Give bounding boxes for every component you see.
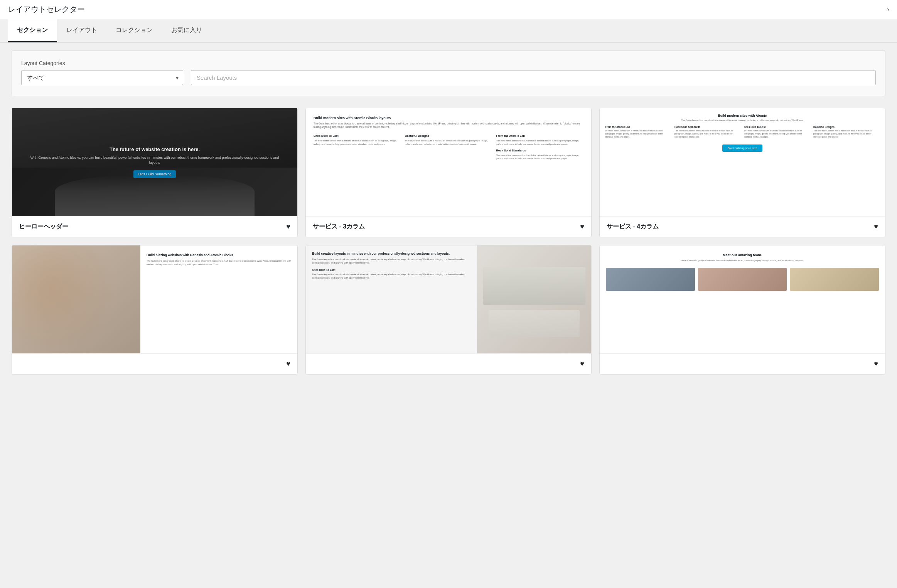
content2-title: Build creative layouts in minutes with o… xyxy=(312,252,471,255)
content2-section-text: The Gutenberg editor uses blocks to crea… xyxy=(312,273,471,280)
content2-desc: The Gutenberg editor uses blocks to crea… xyxy=(312,258,471,265)
card-hero-header: The future of website creation is here. … xyxy=(12,108,298,237)
team-inner: Meet our amazing team. We're a talented … xyxy=(600,245,885,353)
service4-col4: Beautiful Designs The new editor comes w… xyxy=(813,126,880,138)
card-content1-footer: ♥ xyxy=(12,353,297,374)
team-desc: We're a talented group of creative indiv… xyxy=(606,259,879,262)
service3-columns: Sites Built To Last The new editor comes… xyxy=(314,134,583,160)
filter-row: すべてヒーローサービスチームコンテンツ ▾ xyxy=(21,70,876,85)
app-header: レイアウトセレクター › xyxy=(0,0,897,19)
service4-cta-button[interactable]: Start building your site! xyxy=(722,144,762,152)
hero-subtext: With Genesis and Atomic blocks, you can … xyxy=(27,155,282,165)
card-content2-footer: ♥ xyxy=(306,353,591,374)
service4-col3: Sites Built To Last The new editor comes… xyxy=(744,126,810,138)
favorite-icon[interactable]: ♥ xyxy=(874,223,878,231)
card-service4-title: サービス - 4カラム xyxy=(607,223,659,231)
service3-main-desc: The Gutenberg editor uses blocks to crea… xyxy=(314,122,583,129)
hero-cta-button[interactable]: Let's Build Something xyxy=(133,170,176,178)
content1-text: Build blazing websites with Genesis and … xyxy=(140,245,297,353)
category-select[interactable]: すべてヒーローサービスチームコンテンツ xyxy=(21,70,183,85)
service4-header: Build modern sites with Atomic The Guten… xyxy=(605,114,880,122)
service3-header: Build modern sites with Atomic Blocks la… xyxy=(314,116,583,129)
card-team-footer: ♥ xyxy=(600,353,885,374)
content2-section-title: Sites Built To Last xyxy=(312,269,471,271)
card-service4-preview[interactable]: Build modern sites with Atomic The Guten… xyxy=(600,108,885,216)
card-service3-preview[interactable]: Build modern sites with Atomic Blocks la… xyxy=(306,108,591,216)
favorite-icon[interactable]: ♥ xyxy=(580,223,584,231)
card-service3-footer: サービス - 3カラム ♥ xyxy=(306,216,591,237)
app-title: レイアウトセレクター xyxy=(8,4,85,15)
tab-collections[interactable]: コレクション xyxy=(106,19,162,42)
team-members-grid xyxy=(606,268,879,291)
service4-columns: From the Atomic Lab The new editor comes… xyxy=(605,126,880,138)
tab-sections[interactable]: セクション xyxy=(8,19,57,42)
card-content2: Build creative layouts in minutes with o… xyxy=(305,245,592,375)
card-hero-title: ヒーローヘッダー xyxy=(19,223,68,231)
header-close-arrow[interactable]: › xyxy=(887,5,889,13)
favorite-icon[interactable]: ♥ xyxy=(580,360,584,368)
content1-inner: Build blazing websites with Genesis and … xyxy=(12,245,297,353)
card-service3-title: サービス - 3カラム xyxy=(313,223,365,231)
service4-main-title: Build modern sites with Atomic xyxy=(605,114,880,118)
service4-col2: Rock Solid Standards The new editor come… xyxy=(674,126,741,138)
content1-body: The Gutenberg editor uses blocks to crea… xyxy=(147,259,291,266)
layout-grid: The future of website creation is here. … xyxy=(12,108,885,375)
category-select-wrapper: すべてヒーローサービスチームコンテンツ ▾ xyxy=(21,70,183,85)
card-team: Meet our amazing team. We're a talented … xyxy=(599,245,885,375)
service4-preview-inner: Build modern sites with Atomic The Guten… xyxy=(600,108,885,216)
favorite-icon[interactable]: ♥ xyxy=(874,360,878,368)
content2-image xyxy=(477,245,591,353)
card-hero-preview[interactable]: The future of website creation is here. … xyxy=(12,108,297,216)
service3-col2: Beautiful Designs The new editor comes w… xyxy=(405,134,492,160)
service3-col3: From the Atomic Lab The new editor comes… xyxy=(496,134,583,160)
content1-title: Build blazing websites with Genesis and … xyxy=(147,253,291,257)
content2-inner: Build creative layouts in minutes with o… xyxy=(306,245,591,353)
filter-section: Layout Categories すべてヒーローサービスチームコンテンツ ▾ xyxy=(12,50,885,96)
content2-text: Build creative layouts in minutes with o… xyxy=(306,245,477,353)
team-member-3 xyxy=(790,268,879,291)
service3-col1: Sites Built To Last The new editor comes… xyxy=(314,134,401,160)
team-member-2 xyxy=(698,268,787,291)
card-team-preview[interactable]: Meet our amazing team. We're a talented … xyxy=(600,245,885,353)
team-title: Meet our amazing team. xyxy=(606,253,879,257)
service3-preview-inner: Build modern sites with Atomic Blocks la… xyxy=(306,108,591,216)
card-service4: Build modern sites with Atomic The Guten… xyxy=(599,108,885,237)
hero-text-block: The future of website creation is here. … xyxy=(24,143,286,181)
card-content1: Build blazing websites with Genesis and … xyxy=(12,245,298,375)
hero-headline: The future of website creation is here. xyxy=(27,146,282,152)
hero-preview-inner: The future of website creation is here. … xyxy=(12,108,297,216)
team-member-1 xyxy=(606,268,695,291)
service4-btn-wrap: Start building your site! xyxy=(605,144,880,152)
search-input[interactable] xyxy=(191,70,876,85)
tabs-bar: セクション レイアウト コレクション お気に入り xyxy=(0,19,897,43)
card-service4-footer: サービス - 4カラム ♥ xyxy=(600,216,885,237)
content1-image xyxy=(12,245,140,353)
card-content2-preview[interactable]: Build creative layouts in minutes with o… xyxy=(306,245,591,353)
card-content1-preview[interactable]: Build blazing websites with Genesis and … xyxy=(12,245,297,353)
main-content: Layout Categories すべてヒーローサービスチームコンテンツ ▾ xyxy=(0,43,897,382)
service3-main-title: Build modern sites with Atomic Blocks la… xyxy=(314,116,583,120)
tab-favorites[interactable]: お気に入り xyxy=(162,19,211,42)
service4-main-desc: The Gutenberg editor uses blocks to crea… xyxy=(605,119,880,122)
service4-col1: From the Atomic Lab The new editor comes… xyxy=(605,126,671,138)
favorite-icon[interactable]: ♥ xyxy=(286,360,290,368)
card-service3: Build modern sites with Atomic Blocks la… xyxy=(305,108,592,237)
card-hero-footer: ヒーローヘッダー ♥ xyxy=(12,216,297,237)
tab-layouts[interactable]: レイアウト xyxy=(57,19,106,42)
favorite-icon[interactable]: ♥ xyxy=(286,223,290,231)
category-label: Layout Categories xyxy=(21,60,876,66)
